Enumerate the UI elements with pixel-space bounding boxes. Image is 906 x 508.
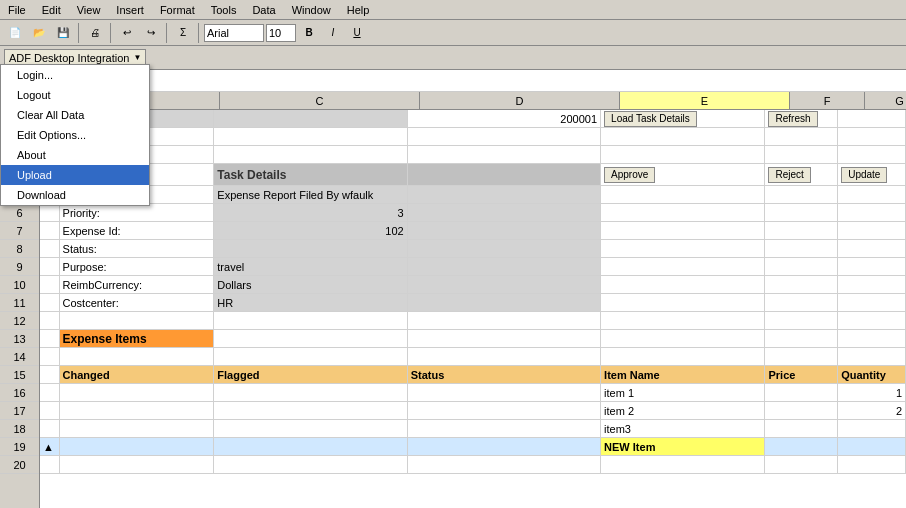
r8-g [838, 240, 906, 257]
r18-itemname[interactable]: item3 [601, 420, 765, 437]
save-btn[interactable]: 💾 [52, 22, 74, 44]
r17-itemname[interactable]: item 2 [601, 402, 765, 419]
print-btn[interactable]: 🖨 [84, 22, 106, 44]
refresh-button[interactable]: Refresh [768, 111, 817, 127]
font-selector[interactable] [204, 24, 264, 42]
menu-download[interactable]: Download [1, 185, 149, 205]
font-size[interactable] [266, 24, 296, 42]
r18-changed[interactable] [60, 420, 215, 437]
r20-f [765, 456, 838, 473]
r16-a [40, 384, 60, 401]
r17-status[interactable] [408, 402, 601, 419]
r5-d [408, 186, 601, 203]
r12-e [601, 312, 765, 329]
r11-b: Costcenter: [60, 294, 215, 311]
r6-e [601, 204, 765, 221]
r15-changed: Changed [60, 366, 215, 383]
col-d[interactable]: D [420, 92, 620, 109]
r19-price[interactable] [765, 438, 838, 455]
r20-d [408, 456, 601, 473]
r3-f [765, 146, 838, 163]
col-g[interactable]: G [865, 92, 906, 109]
r9-d [408, 258, 601, 275]
r4-f: Reject [765, 164, 838, 185]
r1-g [838, 110, 906, 127]
menu-edit-options[interactable]: Edit Options... [1, 125, 149, 145]
menu-insert[interactable]: Insert [108, 2, 152, 18]
row-num-17: 17 [0, 402, 39, 420]
r10-c[interactable]: Dollars [214, 276, 407, 293]
r16-quantity[interactable]: 1 [838, 384, 906, 401]
update-button[interactable]: Update [841, 167, 887, 183]
menu-logout[interactable]: Logout [1, 85, 149, 105]
menu-tools[interactable]: Tools [203, 2, 245, 18]
redo-btn[interactable]: ↪ [140, 22, 162, 44]
row-18: item3 [40, 420, 906, 438]
r17-price[interactable] [765, 402, 838, 419]
menu-data[interactable]: Data [244, 2, 283, 18]
reject-button[interactable]: Reject [768, 167, 810, 183]
italic-btn[interactable]: I [322, 22, 344, 44]
r19-status[interactable] [408, 438, 601, 455]
row-num-7: 7 [0, 222, 39, 240]
undo-btn[interactable]: ↩ [116, 22, 138, 44]
underline-btn[interactable]: U [346, 22, 368, 44]
approve-button[interactable]: Approve [604, 167, 655, 183]
r19-flagged[interactable] [214, 438, 407, 455]
menu-view[interactable]: View [69, 2, 109, 18]
r16-price[interactable] [765, 384, 838, 401]
r8-c[interactable] [214, 240, 407, 257]
col-e[interactable]: E [620, 92, 790, 109]
r9-g [838, 258, 906, 275]
r10-e [601, 276, 765, 293]
r16-itemname[interactable]: item 1 [601, 384, 765, 401]
r2-e [601, 128, 765, 145]
bold-btn[interactable]: B [298, 22, 320, 44]
r10-d [408, 276, 601, 293]
r16-flagged[interactable] [214, 384, 407, 401]
r17-flagged[interactable] [214, 402, 407, 419]
r17-changed[interactable] [60, 402, 215, 419]
col-c[interactable]: C [220, 92, 420, 109]
r18-status[interactable] [408, 420, 601, 437]
r14-g [838, 348, 906, 365]
toolbar: 📄 📂 💾 🖨 ↩ ↪ Σ B I U [0, 20, 906, 46]
r3-d [408, 146, 601, 163]
r15-itemname: Item Name [601, 366, 765, 383]
row-num-16: 16 [0, 384, 39, 402]
r16-changed[interactable] [60, 384, 215, 401]
r7-c[interactable]: 102 [214, 222, 407, 239]
r6-c[interactable]: 3 [214, 204, 407, 221]
menu-help[interactable]: Help [339, 2, 378, 18]
menu-format[interactable]: Format [152, 2, 203, 18]
r11-c[interactable]: HR [214, 294, 407, 311]
row-7: Expense Id: 102 [40, 222, 906, 240]
menu-edit[interactable]: Edit [34, 2, 69, 18]
r19-changed[interactable] [60, 438, 215, 455]
r16-status[interactable] [408, 384, 601, 401]
r5-c[interactable]: Expense Report Filed By wfaulk [214, 186, 407, 203]
formula-input[interactable] [94, 72, 902, 90]
open-btn[interactable]: 📂 [28, 22, 50, 44]
menu-login[interactable]: Login... [1, 65, 149, 85]
r19-itemname[interactable]: NEW Item [601, 438, 765, 455]
r6-f [765, 204, 838, 221]
r11-a [40, 294, 60, 311]
menu-upload[interactable]: Upload [1, 165, 149, 185]
r19-quantity[interactable] [838, 438, 906, 455]
r9-c[interactable]: travel [214, 258, 407, 275]
menu-window[interactable]: Window [284, 2, 339, 18]
sum-btn[interactable]: Σ [172, 22, 194, 44]
load-task-details-button[interactable]: Load Task Details [604, 111, 697, 127]
r18-price[interactable] [765, 420, 838, 437]
r20-a [40, 456, 60, 473]
menu-clear-all-data[interactable]: Clear All Data [1, 105, 149, 125]
r18-quantity[interactable] [838, 420, 906, 437]
col-f[interactable]: F [790, 92, 865, 109]
new-btn[interactable]: 📄 [4, 22, 26, 44]
r14-b [60, 348, 215, 365]
r18-flagged[interactable] [214, 420, 407, 437]
r17-quantity[interactable]: 2 [838, 402, 906, 419]
menu-about[interactable]: About [1, 145, 149, 165]
menu-file[interactable]: File [0, 2, 34, 18]
